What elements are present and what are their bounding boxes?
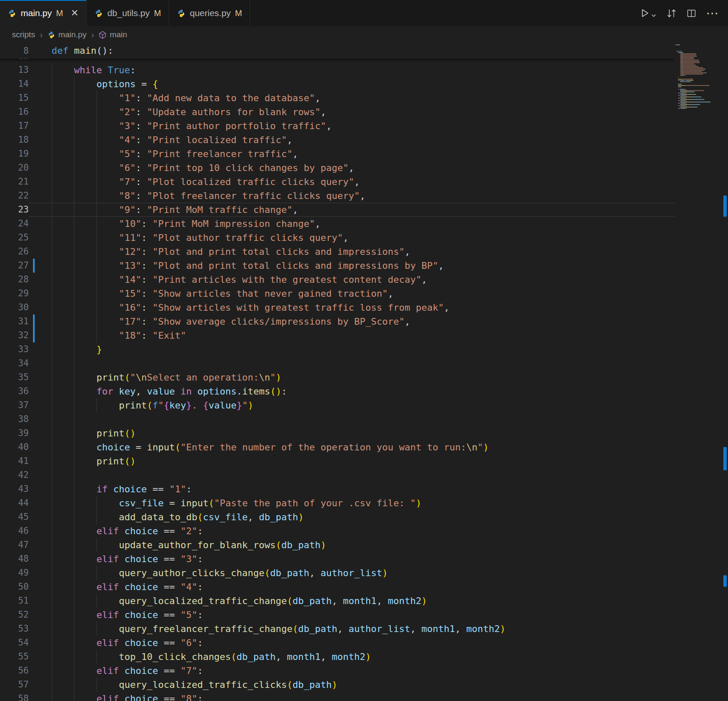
code-line[interactable]: 34 [0,356,728,370]
line-number[interactable]: 23 [0,203,29,217]
code-line[interactable]: 55 top_10_click_changes(db_path, month1,… [0,650,728,664]
line-number[interactable]: 26 [0,245,29,259]
code-line[interactable]: 26 "12": "Plot and print total clicks an… [0,245,728,259]
code-line[interactable]: 57 query_localized_traffic_clicks(db_pat… [0,678,728,692]
code-line[interactable]: 58 elif choice == "8": [0,692,728,701]
code-line[interactable]: 38 [0,412,728,426]
line-number[interactable]: 28 [0,273,29,287]
code-line[interactable]: 48 elif choice == "3": [0,552,728,566]
line-number[interactable]: 13 [0,63,29,77]
tab-main-py[interactable]: main.pyM✕ [0,0,87,26]
code-line[interactable]: 27 "13": "Plot and print total clicks an… [0,259,728,273]
line-number[interactable]: 51 [0,594,29,608]
code-line[interactable]: 47 update_author_for_blank_rows(db_path) [0,538,728,552]
code-line[interactable]: 22 "8": "Plot freelancer traffic clicks … [0,189,728,203]
code-line[interactable]: 51 query_localized_traffic_change(db_pat… [0,594,728,608]
line-number[interactable]: 41 [0,454,29,468]
open-changes-button[interactable] [666,8,677,19]
code-line[interactable]: 50 elif choice == "4": [0,580,728,594]
code-line[interactable]: 46 elif choice == "2": [0,524,728,538]
line-number[interactable]: 46 [0,524,29,538]
code-line[interactable]: 15 "1": "Add new data to the database", [0,91,728,105]
line-number[interactable]: 22 [0,189,29,203]
code-line[interactable]: 49 query_author_clicks_change(db_path, a… [0,566,728,580]
line-number[interactable]: 34 [0,356,29,370]
breadcrumb-item-main[interactable]: main [99,30,127,39]
breadcrumb-item-main-py[interactable]: main.py [47,30,87,39]
line-number[interactable]: 47 [0,538,29,552]
overview-ruler[interactable] [722,43,728,701]
code-line[interactable]: 36 for key, value in options.items(): [0,384,728,398]
tab-queries-py[interactable]: queries.pyM [169,0,250,26]
breadcrumb-item-scripts[interactable]: scripts [12,30,35,39]
line-number[interactable]: 36 [0,384,29,398]
code-line[interactable]: 14 options = { [0,77,728,91]
code-line[interactable]: 17 "3": "Print author portfolio traffic"… [0,119,728,133]
code-line[interactable]: 37 print(f"{key}. {value}") [0,398,728,412]
line-number[interactable]: 57 [0,678,29,692]
code-line[interactable]: 13 while True: [0,63,728,77]
code-line[interactable]: 20 "6": "Print top 10 click changes by p… [0,161,728,175]
line-number[interactable]: 58 [0,692,29,701]
code-line[interactable]: 21 "7": "Plot localized traffic clicks q… [0,175,728,189]
line-number[interactable]: 19 [0,147,29,161]
line-number[interactable]: 43 [0,482,29,496]
close-tab-icon[interactable]: ✕ [71,8,78,18]
line-number[interactable]: 37 [0,398,29,412]
code-line[interactable]: 19 "5": "Print freelancer traffic", [0,147,728,161]
line-number[interactable]: 56 [0,664,29,678]
minimap[interactable] [675,43,722,701]
code-line[interactable]: 18 "4": "Print localized traffic", [0,133,728,147]
line-number[interactable]: 27 [0,259,29,273]
code-line[interactable]: 23 "9": "Print MoM traffic change", [0,203,728,217]
line-number[interactable]: 16 [0,105,29,119]
line-number[interactable]: 48 [0,552,29,566]
code-line[interactable]: 24 "10": "Print MoM impression change", [0,217,728,231]
line-number[interactable]: 53 [0,622,29,636]
code-line[interactable]: 16 "2": "Update authors for blank rows", [0,105,728,119]
code-line[interactable]: 52 elif choice == "5": [0,608,728,622]
code-line[interactable]: 29 "15": "Show articles that never gaine… [0,287,728,301]
line-number[interactable]: 17 [0,119,29,133]
line-number[interactable]: 30 [0,301,29,315]
code-line[interactable]: 30 "16": "Show articles with greatest tr… [0,301,728,315]
line-number[interactable]: 35 [0,370,29,384]
code-line[interactable]: 40 choice = input("Enter the number of t… [0,440,728,454]
line-number[interactable]: 24 [0,217,29,231]
more-actions-button[interactable]: ⋯ [706,7,719,19]
sticky-scroll-line[interactable]: 8 def main(): [0,43,728,58]
line-number[interactable]: 49 [0,566,29,580]
line-number[interactable]: 52 [0,608,29,622]
code-line[interactable]: 54 elif choice == "6": [0,636,728,650]
code-line[interactable]: 35 print("\nSelect an operation:\n") [0,370,728,384]
code-line[interactable]: 33 } [0,342,728,356]
code-line[interactable]: 42 [0,468,728,482]
line-number[interactable]: 44 [0,496,29,510]
line-number[interactable]: 40 [0,440,29,454]
run-python-file-button[interactable] [639,8,657,19]
line-number[interactable]: 31 [0,315,29,328]
line-number[interactable]: 21 [0,175,29,189]
line-number[interactable]: 32 [0,328,29,342]
line-number[interactable]: 39 [0,426,29,440]
line-number[interactable]: 18 [0,133,29,147]
line-number[interactable]: 15 [0,91,29,105]
line-number[interactable]: 50 [0,580,29,594]
code-editor[interactable]: 1213 while True:14 options = {15 "1": "A… [0,43,728,701]
code-line[interactable]: 25 "11": "Plot author traffic clicks que… [0,231,728,245]
line-number[interactable]: 38 [0,412,29,426]
code-line[interactable]: 39 print() [0,426,728,440]
code-line[interactable]: 56 elif choice == "7": [0,664,728,678]
tab-db_utils-py[interactable]: db_utils.pyM [87,0,169,26]
code-line[interactable]: 53 query_freelancer_traffic_change(db_pa… [0,622,728,636]
code-line[interactable]: 41 print() [0,454,728,468]
line-number[interactable]: 54 [0,636,29,650]
split-editor-button[interactable] [686,8,697,19]
line-number[interactable]: 55 [0,650,29,664]
code-line[interactable]: 31 "17": "Show average clicks/impression… [0,315,728,328]
line-number[interactable]: 29 [0,287,29,301]
line-number[interactable]: 25 [0,231,29,245]
line-number[interactable]: 45 [0,510,29,524]
code-line[interactable]: 28 "14": "Print articles with the greate… [0,273,728,287]
code-line[interactable]: 44 csv_file = input("Paste the path of y… [0,496,728,510]
